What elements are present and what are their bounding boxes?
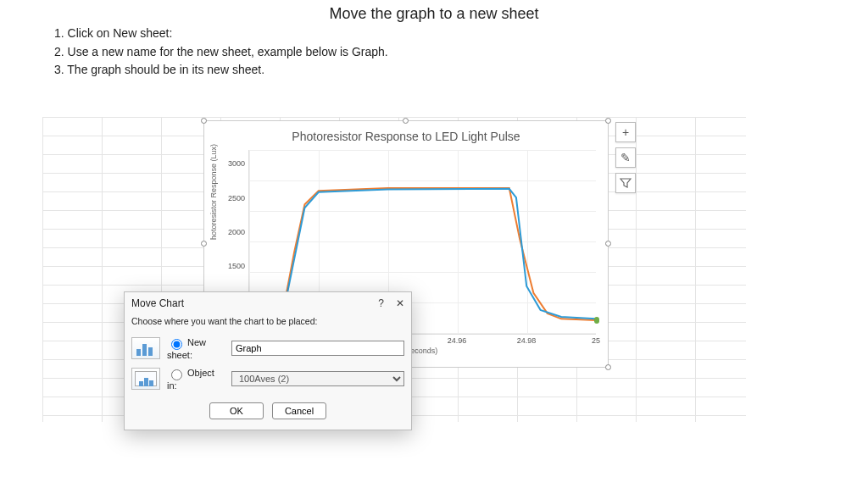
page-title: Move the graph to a new sheet [0,0,868,25]
resize-handle[interactable] [201,118,207,124]
cancel-button[interactable]: Cancel [272,402,326,419]
chart-title: Photoresistor Response to LED Light Puls… [204,121,608,147]
object-in-radio[interactable] [171,369,182,380]
ok-button[interactable]: OK [209,402,264,419]
move-chart-dialog: Move Chart ? ✕ Choose where you want the… [124,291,412,430]
chart-styles-button[interactable]: ✎ [615,147,636,168]
new-sheet-radio-label[interactable]: New sheet: [167,336,225,360]
chart-elements-button[interactable]: + [615,122,636,142]
new-sheet-icon [131,337,160,359]
resize-handle[interactable] [605,241,611,247]
chart-floating-tools: + ✎ [615,122,637,198]
resize-handle[interactable] [403,118,409,124]
new-sheet-name-input[interactable] [231,341,404,356]
x-tick: 25 [592,336,600,345]
chart-filters-button[interactable] [615,173,636,193]
option-object-in-row: Object in: 100Aves (2) [125,363,411,394]
resize-handle[interactable] [605,118,611,124]
y-tick: 3000 [228,159,245,168]
funnel-icon [620,177,632,189]
resize-handle[interactable] [605,364,611,370]
object-in-radio-label[interactable]: Object in: [167,367,225,391]
dialog-title: Move Chart [131,297,184,309]
option-new-sheet-row: New sheet: [125,333,411,363]
x-tick: 24.96 [448,336,467,345]
dialog-close-button[interactable]: ✕ [396,297,404,309]
instruction-list: 1. Click on New sheet: 2. Use a new name… [54,25,868,80]
dialog-subtitle: Choose where you want the chart to be pl… [125,314,411,333]
new-sheet-radio[interactable] [171,339,182,350]
y-tick: 1500 [228,262,245,270]
step-3: 3. The graph should be in its new sheet. [54,61,868,80]
y-tick: 2000 [228,228,245,236]
x-tick: 24.98 [517,336,537,345]
step-1: 1. Click on New sheet: [54,25,868,43]
series-endpoint [594,317,599,322]
object-in-icon [131,368,160,390]
object-in-select[interactable]: 100Aves (2) [231,371,404,386]
step-2: 2. Use a new name for the new sheet, exa… [54,43,868,62]
y-tick: 2500 [228,194,245,202]
dialog-help-button[interactable]: ? [378,297,384,309]
resize-handle[interactable] [201,241,207,247]
